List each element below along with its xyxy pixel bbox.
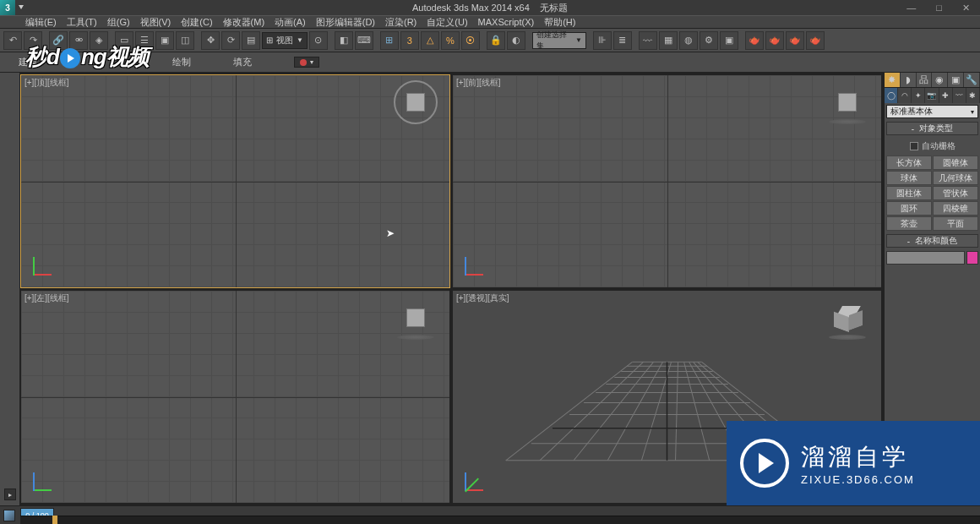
- redo-button[interactable]: ↷: [24, 31, 42, 50]
- viewcube-perspective[interactable]: [830, 301, 864, 335]
- render-activeshade-button[interactable]: 🫖: [786, 31, 804, 50]
- bind-button[interactable]: ◈: [90, 31, 108, 50]
- subtab-helpers[interactable]: ✚: [939, 88, 953, 103]
- viewport-label-perspective[interactable]: [+][透视][真实]: [456, 292, 509, 304]
- render-setup-button[interactable]: ⚙: [700, 31, 718, 50]
- link-button[interactable]: 🔗: [49, 31, 68, 50]
- rotate-button[interactable]: ⟳: [221, 31, 240, 50]
- tab-motion[interactable]: ◉: [932, 73, 948, 87]
- menu-view[interactable]: 视图(V): [140, 16, 172, 29]
- render-iterative-button[interactable]: 🫖: [765, 31, 784, 50]
- rollout-object-type-header[interactable]: 对象类型: [886, 122, 978, 135]
- layers-button[interactable]: ≣: [613, 31, 632, 50]
- menu-animation[interactable]: 动画(A): [275, 16, 306, 29]
- ribbon-tab-populate[interactable]: 填充: [233, 56, 252, 68]
- btn-geosphere[interactable]: 几何球体: [933, 171, 978, 185]
- btn-pyramid[interactable]: 四棱锥: [933, 201, 978, 216]
- menu-graph-editors[interactable]: 图形编辑器(D): [316, 16, 375, 29]
- move-button[interactable]: ✥: [201, 31, 220, 50]
- btn-teapot[interactable]: 茶壶: [886, 216, 932, 231]
- scale-button[interactable]: ▤: [242, 31, 260, 50]
- tab-hierarchy[interactable]: 品: [917, 73, 933, 87]
- btn-sphere[interactable]: 球体: [886, 171, 932, 185]
- material-editor-button[interactable]: ◍: [679, 31, 698, 50]
- app-icon[interactable]: 3: [0, 0, 15, 15]
- keyboard-shortcut-button[interactable]: ⌨: [355, 31, 373, 50]
- align-button[interactable]: ⊪: [593, 31, 612, 50]
- menu-modifiers[interactable]: 修改器(M): [223, 16, 265, 29]
- menu-edit[interactable]: 编辑(E): [25, 16, 57, 29]
- subtab-systems[interactable]: ✱: [966, 88, 980, 103]
- subtab-cameras[interactable]: 📷: [925, 88, 939, 103]
- ref-coord-dropdown[interactable]: ⊞ 视图 ▼: [262, 32, 308, 49]
- unlink-button[interactable]: ⚮: [69, 31, 88, 50]
- subtab-shapes[interactable]: ◠: [898, 88, 912, 103]
- viewport-label-top[interactable]: [+][顶][线框]: [24, 77, 69, 89]
- manipulate-button[interactable]: ◧: [335, 31, 353, 50]
- named-selection-dropdown[interactable]: 创建选择集 ▼: [532, 32, 586, 49]
- viewcube-top[interactable]: [399, 85, 433, 119]
- btn-plane[interactable]: 平面: [933, 216, 978, 231]
- select-button[interactable]: ▭: [115, 31, 133, 50]
- rollout-name-color-header[interactable]: 名称和颜色: [886, 234, 978, 248]
- tab-modify[interactable]: ◗: [901, 73, 917, 87]
- ribbon-tab-paint[interactable]: 绘制: [172, 56, 191, 68]
- select-name-button[interactable]: ☰: [135, 31, 154, 50]
- viewport-label-front[interactable]: [+][前][线框]: [456, 77, 501, 89]
- viewport-left[interactable]: [+][左][线框]: [20, 290, 450, 504]
- record-button[interactable]: ▾: [294, 57, 319, 68]
- trackbar-play-button[interactable]: ▸: [4, 489, 16, 500]
- snap-toggle-button[interactable]: ⊞: [380, 31, 399, 50]
- subtab-spacewarps[interactable]: 〰: [953, 88, 966, 103]
- mirror-button[interactable]: ◐: [507, 31, 525, 50]
- menu-tools[interactable]: 工具(T): [67, 16, 97, 29]
- tab-utilities[interactable]: 🔧: [964, 73, 980, 87]
- btn-box[interactable]: 长方体: [886, 156, 932, 170]
- ribbon-tab-modeling[interactable]: 建模: [19, 56, 37, 68]
- tab-display[interactable]: ▣: [948, 73, 964, 87]
- menu-group[interactable]: 组(G): [107, 16, 130, 29]
- rendered-frame-button[interactable]: ▣: [720, 31, 738, 50]
- viewport-label-left[interactable]: [+][左][线框]: [24, 292, 69, 304]
- btn-cone[interactable]: 圆锥体: [933, 156, 978, 170]
- selection-lock-button[interactable]: 🔒: [487, 31, 505, 50]
- percent-snap-button[interactable]: %: [441, 31, 460, 50]
- select-region-button[interactable]: ▣: [155, 31, 174, 50]
- object-color-swatch[interactable]: [966, 251, 978, 265]
- pivot-button[interactable]: ⊙: [309, 31, 328, 50]
- btn-torus[interactable]: 圆环: [886, 201, 932, 216]
- geometry-category-dropdown[interactable]: 标准基本体 ▾: [886, 105, 978, 118]
- angle-snap-button[interactable]: △: [421, 31, 439, 50]
- menu-help[interactable]: 帮助(H): [544, 16, 575, 29]
- window-crossing-button[interactable]: ◫: [176, 31, 194, 50]
- spinner-snap-button[interactable]: ⦿: [461, 31, 480, 50]
- timeline-track[interactable]: [20, 516, 980, 524]
- viewcube-left[interactable]: [399, 301, 433, 335]
- btn-cylinder[interactable]: 圆柱体: [886, 186, 932, 200]
- render-production-button[interactable]: 🫖: [745, 31, 764, 50]
- btn-tube[interactable]: 管状体: [933, 186, 978, 200]
- menu-create[interactable]: 创建(C): [181, 16, 212, 29]
- render-last-button[interactable]: 🫖: [806, 31, 825, 50]
- minimize-button[interactable]: —: [906, 3, 916, 14]
- auto-grid-checkbox[interactable]: [910, 142, 918, 150]
- subtab-geometry[interactable]: ◯: [885, 88, 898, 103]
- tab-create[interactable]: ✸: [885, 73, 901, 87]
- object-name-input[interactable]: [886, 251, 965, 265]
- menu-maxscript[interactable]: MAXScript(X): [478, 17, 535, 27]
- undo-button[interactable]: ↶: [3, 31, 22, 50]
- schematic-view-button[interactable]: ▦: [659, 31, 678, 50]
- viewport-top[interactable]: [+][顶][线框] ➤: [20, 74, 450, 288]
- curve-editor-button[interactable]: 〰: [639, 31, 657, 50]
- menu-rendering[interactable]: 渲染(R): [385, 16, 416, 29]
- snap-3d-button[interactable]: 3: [400, 31, 419, 50]
- viewport-front[interactable]: [+][前][线框]: [452, 74, 882, 288]
- close-button[interactable]: ✕: [962, 3, 970, 14]
- timeline-marker[interactable]: [52, 516, 57, 524]
- subtab-lights[interactable]: ✦: [912, 88, 925, 103]
- app-menu-chevron[interactable]: [17, 0, 25, 15]
- viewcube-front[interactable]: [830, 85, 864, 119]
- menu-customize[interactable]: 自定义(U): [427, 16, 467, 29]
- timeline-corner-button[interactable]: [0, 506, 19, 524]
- maximize-button[interactable]: □: [936, 3, 942, 14]
